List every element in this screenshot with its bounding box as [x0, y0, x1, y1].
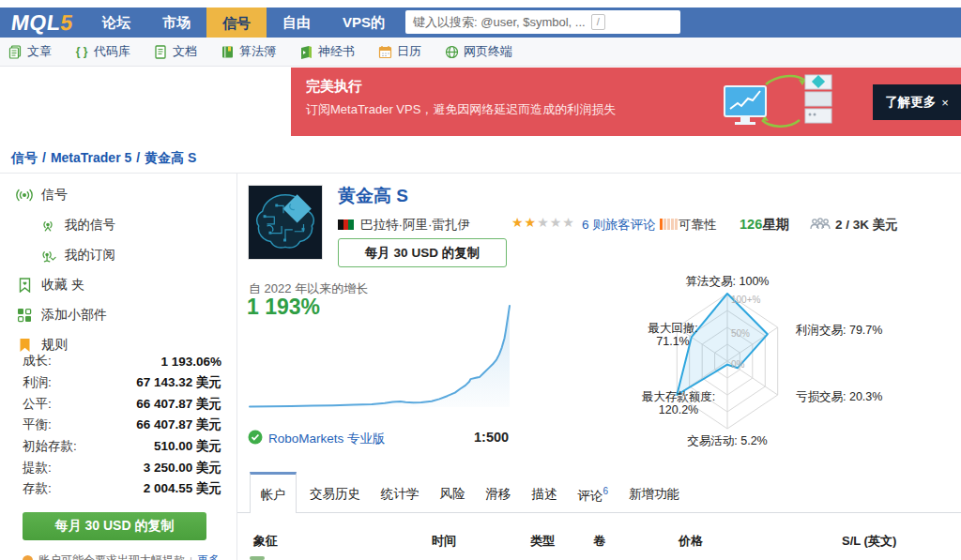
search-placeholder: 键入以搜索: @user, $symbol, ... — [413, 14, 586, 31]
toolbar-item-算法簿[interactable]: 算法簿 — [220, 43, 276, 60]
copy-signal-button[interactable]: 每月 30 USD 的复制 — [338, 238, 507, 267]
trading-radar-chart: 100+%50%0%算法交易: 100%利润交易: 79.7%亏损交易: 20.… — [571, 270, 908, 458]
banner-title: 完美执行 — [306, 78, 362, 96]
weeks-counter: 126星期 — [740, 216, 789, 234]
my-signals-icon — [38, 219, 58, 233]
toolbar-item-网页终端[interactable]: 网页终端 — [444, 43, 512, 60]
toolbar-item-代码库[interactable]: { }代码库 — [74, 43, 130, 60]
signal-avatar — [248, 185, 323, 260]
neurobook-icon — [298, 44, 313, 59]
breadcrumb-link-2[interactable]: 黄金高 S — [145, 150, 196, 165]
sidebar-item-我的订阅[interactable]: 我的订阅 — [0, 240, 236, 270]
breadcrumb-link-0[interactable]: 信号 — [11, 150, 38, 165]
sidebar-item-我的信号[interactable]: 我的信号 — [0, 210, 236, 240]
breadcrumb-separator: / — [38, 150, 51, 165]
reviews-link[interactable]: 6 则旅客评论 — [582, 217, 656, 234]
column-header-价格: 价格 — [679, 533, 703, 550]
tab-交易历史[interactable]: 交易历史 — [310, 472, 360, 503]
banner-close-icon[interactable]: × — [941, 96, 949, 110]
toolbar-item-label: 代码库 — [94, 43, 130, 60]
sidebar-nav: 信号我的信号我的订阅收藏 夹添加小部件规则 — [0, 180, 236, 360]
star-icon: ★ — [537, 215, 550, 230]
stat-row: 成长:1 193.06% — [0, 351, 236, 372]
author-link[interactable]: 巴拉特·阿里·雷扎伊 — [360, 217, 470, 234]
docs-icon — [153, 44, 168, 59]
stat-value: 510.00 美元 — [154, 438, 221, 455]
learn-more-button[interactable]: 了解更多 × — [873, 84, 961, 120]
sidebar-item-添加小部件[interactable]: 添加小部件 — [0, 300, 236, 330]
column-header-类型: 类型 — [530, 533, 555, 550]
article-icon — [8, 44, 23, 59]
breadcrumb-link-1[interactable]: MetaTrader 5 — [51, 150, 131, 165]
secondary-toolbar: 文章{ }代码库文档算法簿神经书日历网页终端 — [0, 38, 961, 67]
toolbar-item-label: 神经书 — [318, 43, 355, 60]
mql5-signal-page: MQL5 论坛市场信号自由VPS的引号 键入以搜索: @user, $symbo… — [0, 0, 961, 560]
stat-label: 成长: — [23, 353, 52, 370]
tab-描述[interactable]: 描述 — [532, 472, 557, 503]
toolbar-item-日历[interactable]: 日历 — [377, 43, 421, 60]
sidebar-item-信号[interactable]: 信号 — [0, 180, 236, 210]
star-icon: ★ — [550, 215, 563, 230]
warning-icon — [23, 555, 33, 560]
stat-label: 提款: — [23, 460, 52, 477]
reliability-bars-icon — [660, 219, 679, 230]
logo-text: MQL — [9, 10, 62, 35]
nav-item-论坛[interactable]: 论坛 — [86, 8, 146, 38]
svg-text:亏损交易: 20.3%: 亏损交易: 20.3% — [796, 390, 882, 403]
sidebar-item-收藏 夹[interactable]: 收藏 夹 — [0, 270, 236, 300]
stat-row: 初始存款:510.00 美元 — [0, 436, 236, 458]
column-header-时间: 时间 — [432, 533, 456, 550]
signal-title: 黄金高 S — [338, 184, 408, 208]
vps-promo-banner: 完美执行 订阅MetaTrader VPS，避免因网络延迟而造成的利润损失 — [291, 68, 961, 136]
star-icon: ★ — [511, 215, 525, 230]
toolbar-item-文档[interactable]: 文档 — [153, 43, 197, 60]
banner-subtitle: 订阅MetaTrader VPS，避免因网络延迟而造成的利润损失 — [306, 101, 616, 118]
stat-row: 存款:2 004.55 美元 — [0, 478, 236, 500]
leverage-value: 1:500 — [474, 430, 509, 445]
tab-风险[interactable]: 风险 — [440, 472, 465, 503]
sidebar-item-label: 我的订阅 — [65, 247, 115, 264]
nav-item-自由[interactable]: 自由 — [267, 8, 327, 38]
calendar-icon — [377, 44, 392, 59]
column-header-卷: 卷 — [593, 533, 605, 550]
toolbar-item-label: 文档 — [173, 43, 197, 60]
sidebar-item-label: 收藏 夹 — [41, 277, 84, 294]
star-rating: ★★★★★ — [511, 215, 575, 230]
breadcrumb-separator: / — [131, 150, 145, 165]
subscribers-icon — [809, 217, 831, 235]
sidebar-item-label: 信号 — [41, 187, 68, 204]
tab-帐户[interactable]: 帐户 — [250, 472, 297, 513]
tab-badge: 6 — [603, 486, 609, 496]
withdrawal-notice: 账户可能会要求出现大幅提款 ↓ 更多 — [23, 552, 229, 560]
tab-评论[interactable]: 评论6 — [578, 472, 609, 505]
column-header-象征: 象征 — [253, 533, 278, 550]
notice-text: 账户可能会要求出现大幅提款 ↓ — [38, 552, 193, 560]
broker-link[interactable]: RoboMarkets 专业版 — [268, 431, 386, 447]
tab-统计学[interactable]: 统计学 — [381, 472, 419, 503]
mql5-logo[interactable]: MQL5 — [9, 10, 75, 36]
stat-label: 初始存款: — [23, 438, 77, 455]
sidebar-item-label: 我的信号 — [65, 217, 115, 234]
copy-subscribe-button[interactable]: 每月 30 USD 的复制 — [23, 512, 206, 540]
nav-item-VPS的[interactable]: VPS的 — [327, 8, 401, 38]
toolbar-item-神经书[interactable]: 神经书 — [298, 43, 355, 60]
svg-text:利润交易: 79.7%: 利润交易: 79.7% — [795, 324, 882, 337]
vps-illustration — [723, 71, 841, 135]
svg-text:100+%: 100+% — [731, 295, 761, 305]
partial-table-row — [250, 556, 265, 560]
algobook-icon — [220, 44, 235, 59]
sidebar-item-label: 添加小部件 — [41, 307, 107, 324]
sidebar-stats: 成长:1 193.06%利润:67 143.32 美元公平:66 407.87 … — [0, 351, 236, 500]
subscribers-count: 2 / 3K 美元 — [835, 217, 898, 234]
toolbar-item-label: 文章 — [27, 43, 52, 60]
weeks-unit: 星期 — [762, 217, 789, 232]
toolbar-item-label: 日历 — [397, 43, 421, 60]
webterminal-icon — [444, 44, 459, 59]
favorites-icon — [14, 278, 35, 293]
tab-滑移[interactable]: 滑移 — [486, 472, 511, 503]
notice-more-link[interactable]: 更多 — [197, 552, 220, 560]
tab-新增功能[interactable]: 新增功能 — [629, 472, 679, 503]
toolbar-item-文章[interactable]: 文章 — [8, 43, 52, 60]
nav-item-市场[interactable]: 市场 — [146, 8, 206, 38]
search-input[interactable]: 键入以搜索: @user, $symbol, ... / — [405, 10, 680, 34]
